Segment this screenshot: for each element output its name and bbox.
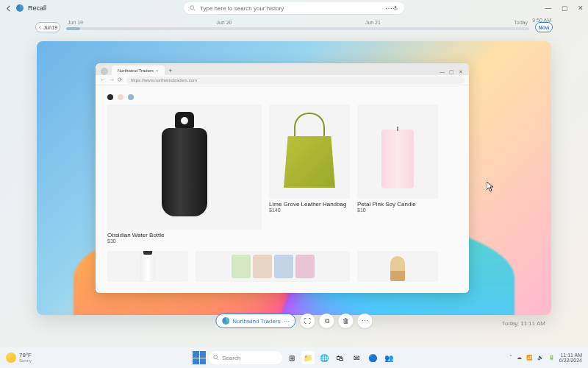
weather-cond: Sunny [19,358,32,363]
back-button[interactable] [4,4,12,12]
product-price: $10 [357,208,438,213]
crop-button[interactable]: ⛶ [301,314,315,328]
history-search[interactable] [184,2,404,14]
product-card[interactable] [107,251,188,282]
taskbar[interactable]: 78°F Sunny Search ⊞ 📁 🌐 🛍 ✉ 🔵 👥 ˄ ☁ 📶 🔊 … [0,347,588,368]
weather-temp: 78°F [19,353,32,358]
clock-time: 11:11 AM [560,353,582,358]
product-image-soaps [232,255,315,278]
color-swatches [107,94,457,100]
svg-point-0 [190,6,194,10]
product-card[interactable]: Petal Pink Soy Candle $10 [357,105,438,244]
more-button[interactable]: ⋯ [384,3,394,13]
swatch-blue[interactable] [128,94,134,100]
timeline-back-button[interactable]: Jun19 [35,22,60,32]
product-image-bag [284,121,335,188]
address-bar[interactable]: https://www.northwindtraders.com [126,77,465,84]
weather-widget[interactable]: 78°F Sunny [6,353,32,363]
swatch-beige[interactable] [118,94,123,100]
timeline[interactable]: Jun19 Jun 19 Jun 20 Jun 21 Today 9:50 AM… [0,16,588,38]
new-tab-button[interactable]: + [166,66,175,75]
search-icon [190,5,196,11]
browser-tab[interactable]: Northwind Traders × [112,66,165,75]
minimize-button[interactable]: — [544,4,553,13]
timeline-position[interactable] [66,27,80,30]
product-name: Petal Pink Soy Candle [357,201,438,208]
timeline-date: Jun 19 [68,20,83,25]
timeline-back-label: Jun19 [43,25,57,30]
clock-date: 6/22/2024 [559,358,582,363]
product-image-pump [140,255,155,281]
product-card[interactable] [196,251,350,282]
browser-refresh-icon[interactable]: ⟳ [118,77,123,83]
product-card[interactable] [357,251,438,282]
swatch-black[interactable] [107,94,113,100]
browser-window[interactable]: Northwind Traders × + — ▢ ✕ ← → ⟳ https:… [96,63,469,293]
recall-app-icon [16,4,24,12]
battery-icon[interactable]: 🔋 [548,355,555,361]
search-icon [213,355,219,361]
volume-icon[interactable]: 🔊 [537,355,544,361]
store-icon[interactable]: 🛍 [334,351,347,364]
product-card[interactable]: Obsidian Water Bottle $30 [107,105,262,244]
product-card[interactable]: Lime Grove Leather Handbag $140 [269,105,350,244]
browser-forward-icon[interactable]: → [109,77,115,83]
svg-rect-1 [395,6,396,9]
product-image-bottle [159,112,210,222]
dropdown-icon: ⋯ [284,318,290,325]
chevron-up-icon[interactable]: ˄ [509,355,512,361]
recall-taskbar-icon[interactable]: 🔵 [366,351,379,364]
timeline-date: Jun 20 [216,20,232,25]
search-input[interactable] [200,5,388,12]
app-title: Recall [28,4,46,12]
open-app-button[interactable]: Northwind Traders ⋯ [215,314,295,328]
tab-title: Northwind Traders [118,68,154,73]
taskbar-search-label: Search [222,355,240,361]
product-image-candle [381,130,414,188]
more-actions-button[interactable]: ⋯ [358,314,373,328]
onedrive-icon[interactable]: ☁ [517,355,522,361]
browser-back-icon[interactable]: ← [100,77,106,83]
browser-close-icon[interactable]: ✕ [459,69,463,75]
edge-icon [222,317,229,325]
explorer-icon[interactable]: 📁 [301,351,315,364]
start-button[interactable] [193,351,206,364]
browser-maximize-icon[interactable]: ▢ [449,69,454,75]
product-price: $30 [107,238,262,244]
product-price: $140 [269,208,350,213]
maximize-button[interactable]: ▢ [560,4,569,13]
timeline-date: Today [514,20,528,25]
clock[interactable]: 11:11 AM 6/22/2024 [559,353,582,363]
product-name: Lime Grove Leather Handbag [269,201,350,208]
close-button[interactable]: ✕ [576,4,585,13]
wifi-icon[interactable]: 📶 [526,355,533,361]
profile-avatar[interactable] [101,68,108,75]
timeline-time: 9:50 AM [532,18,551,23]
now-button[interactable]: Now [535,22,553,32]
teams-icon[interactable]: 👥 [382,351,395,364]
copy-button[interactable]: ⧉ [320,314,334,328]
task-view-icon[interactable]: ⊞ [285,351,298,364]
url-text: https://www.northwindtraders.com [131,78,197,82]
taskbar-search[interactable]: Search [209,351,282,364]
snapshot-timestamp: Today, 11:11 AM [502,320,545,327]
snapshot-canvas: Northwind Traders × + — ▢ ✕ ← → ⟳ https:… [37,41,551,315]
timeline-date: Jun 21 [365,20,381,25]
edge-app-icon[interactable]: 🌐 [318,351,331,364]
action-app-label: Northwind Traders [232,318,280,325]
product-image-brush [390,256,405,281]
product-name: Obsidian Water Bottle [107,232,262,238]
browser-minimize-icon[interactable]: — [440,69,445,75]
close-tab-icon[interactable]: × [156,68,159,73]
svg-point-2 [214,355,218,359]
sun-icon [6,353,16,363]
mail-icon[interactable]: ✉ [350,351,363,364]
delete-button[interactable]: 🗑 [339,314,354,328]
timeline-track[interactable] [66,27,529,30]
